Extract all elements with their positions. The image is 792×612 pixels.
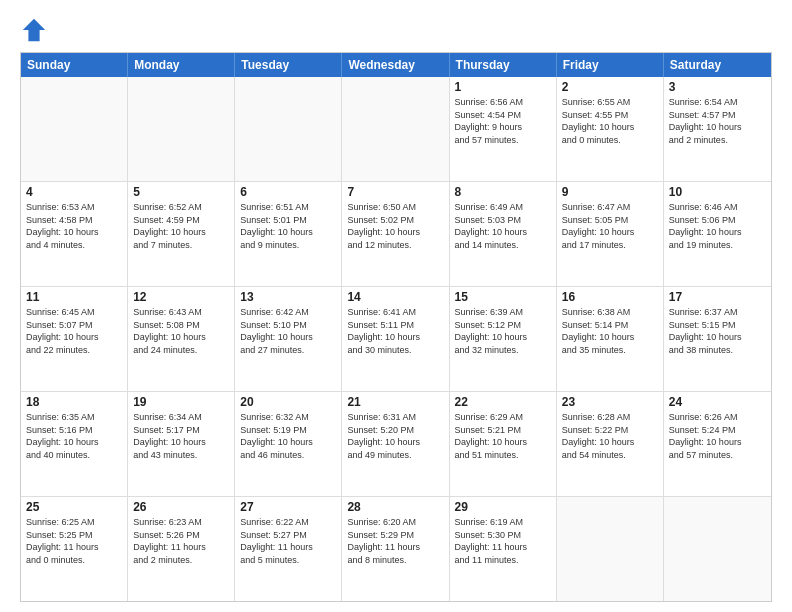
day-info: Sunrise: 6:47 AMSunset: 5:05 PMDaylight:…: [562, 201, 658, 251]
calendar-cell: 25Sunrise: 6:25 AMSunset: 5:25 PMDayligh…: [21, 497, 128, 601]
calendar-body: 1Sunrise: 6:56 AMSunset: 4:54 PMDaylight…: [21, 77, 771, 601]
day-number: 13: [240, 290, 336, 304]
calendar-cell: 27Sunrise: 6:22 AMSunset: 5:27 PMDayligh…: [235, 497, 342, 601]
calendar-cell: 10Sunrise: 6:46 AMSunset: 5:06 PMDayligh…: [664, 182, 771, 286]
day-number: 15: [455, 290, 551, 304]
day-info: Sunrise: 6:56 AMSunset: 4:54 PMDaylight:…: [455, 96, 551, 146]
day-info: Sunrise: 6:43 AMSunset: 5:08 PMDaylight:…: [133, 306, 229, 356]
calendar-cell: 3Sunrise: 6:54 AMSunset: 4:57 PMDaylight…: [664, 77, 771, 181]
day-number: 12: [133, 290, 229, 304]
calendar-header-cell: Wednesday: [342, 53, 449, 77]
day-number: 5: [133, 185, 229, 199]
calendar-cell: 14Sunrise: 6:41 AMSunset: 5:11 PMDayligh…: [342, 287, 449, 391]
day-info: Sunrise: 6:28 AMSunset: 5:22 PMDaylight:…: [562, 411, 658, 461]
day-info: Sunrise: 6:20 AMSunset: 5:29 PMDaylight:…: [347, 516, 443, 566]
day-info: Sunrise: 6:32 AMSunset: 5:19 PMDaylight:…: [240, 411, 336, 461]
day-info: Sunrise: 6:22 AMSunset: 5:27 PMDaylight:…: [240, 516, 336, 566]
calendar-cell: 15Sunrise: 6:39 AMSunset: 5:12 PMDayligh…: [450, 287, 557, 391]
logo: [20, 16, 52, 44]
svg-marker-0: [23, 19, 45, 41]
day-info: Sunrise: 6:23 AMSunset: 5:26 PMDaylight:…: [133, 516, 229, 566]
page: SundayMondayTuesdayWednesdayThursdayFrid…: [0, 0, 792, 612]
calendar-cell: 19Sunrise: 6:34 AMSunset: 5:17 PMDayligh…: [128, 392, 235, 496]
day-number: 17: [669, 290, 766, 304]
calendar-cell: 9Sunrise: 6:47 AMSunset: 5:05 PMDaylight…: [557, 182, 664, 286]
calendar-cell: 8Sunrise: 6:49 AMSunset: 5:03 PMDaylight…: [450, 182, 557, 286]
calendar-row: 25Sunrise: 6:25 AMSunset: 5:25 PMDayligh…: [21, 497, 771, 601]
day-info: Sunrise: 6:42 AMSunset: 5:10 PMDaylight:…: [240, 306, 336, 356]
day-info: Sunrise: 6:46 AMSunset: 5:06 PMDaylight:…: [669, 201, 766, 251]
day-number: 19: [133, 395, 229, 409]
day-info: Sunrise: 6:37 AMSunset: 5:15 PMDaylight:…: [669, 306, 766, 356]
calendar-row: 4Sunrise: 6:53 AMSunset: 4:58 PMDaylight…: [21, 182, 771, 287]
calendar-cell: 6Sunrise: 6:51 AMSunset: 5:01 PMDaylight…: [235, 182, 342, 286]
day-number: 4: [26, 185, 122, 199]
day-number: 21: [347, 395, 443, 409]
calendar-header-cell: Tuesday: [235, 53, 342, 77]
calendar-cell: 28Sunrise: 6:20 AMSunset: 5:29 PMDayligh…: [342, 497, 449, 601]
day-number: 11: [26, 290, 122, 304]
day-number: 7: [347, 185, 443, 199]
day-info: Sunrise: 6:45 AMSunset: 5:07 PMDaylight:…: [26, 306, 122, 356]
day-info: Sunrise: 6:19 AMSunset: 5:30 PMDaylight:…: [455, 516, 551, 566]
calendar-header-cell: Saturday: [664, 53, 771, 77]
calendar-row: 18Sunrise: 6:35 AMSunset: 5:16 PMDayligh…: [21, 392, 771, 497]
calendar-cell: 7Sunrise: 6:50 AMSunset: 5:02 PMDaylight…: [342, 182, 449, 286]
day-number: 2: [562, 80, 658, 94]
calendar-cell: [342, 77, 449, 181]
day-info: Sunrise: 6:52 AMSunset: 4:59 PMDaylight:…: [133, 201, 229, 251]
calendar-header-cell: Friday: [557, 53, 664, 77]
day-info: Sunrise: 6:51 AMSunset: 5:01 PMDaylight:…: [240, 201, 336, 251]
calendar-cell: [664, 497, 771, 601]
calendar-cell: 18Sunrise: 6:35 AMSunset: 5:16 PMDayligh…: [21, 392, 128, 496]
day-info: Sunrise: 6:34 AMSunset: 5:17 PMDaylight:…: [133, 411, 229, 461]
calendar-cell: 23Sunrise: 6:28 AMSunset: 5:22 PMDayligh…: [557, 392, 664, 496]
day-number: 3: [669, 80, 766, 94]
day-info: Sunrise: 6:25 AMSunset: 5:25 PMDaylight:…: [26, 516, 122, 566]
calendar-row: 1Sunrise: 6:56 AMSunset: 4:54 PMDaylight…: [21, 77, 771, 182]
calendar-header-row: SundayMondayTuesdayWednesdayThursdayFrid…: [21, 53, 771, 77]
day-info: Sunrise: 6:50 AMSunset: 5:02 PMDaylight:…: [347, 201, 443, 251]
day-number: 26: [133, 500, 229, 514]
day-info: Sunrise: 6:54 AMSunset: 4:57 PMDaylight:…: [669, 96, 766, 146]
calendar-cell: 11Sunrise: 6:45 AMSunset: 5:07 PMDayligh…: [21, 287, 128, 391]
day-number: 8: [455, 185, 551, 199]
day-number: 28: [347, 500, 443, 514]
day-number: 29: [455, 500, 551, 514]
day-info: Sunrise: 6:39 AMSunset: 5:12 PMDaylight:…: [455, 306, 551, 356]
day-number: 1: [455, 80, 551, 94]
calendar-header-cell: Thursday: [450, 53, 557, 77]
day-number: 24: [669, 395, 766, 409]
day-number: 6: [240, 185, 336, 199]
calendar-header-cell: Monday: [128, 53, 235, 77]
day-number: 14: [347, 290, 443, 304]
day-number: 10: [669, 185, 766, 199]
calendar-cell: 21Sunrise: 6:31 AMSunset: 5:20 PMDayligh…: [342, 392, 449, 496]
calendar-header-cell: Sunday: [21, 53, 128, 77]
calendar-row: 11Sunrise: 6:45 AMSunset: 5:07 PMDayligh…: [21, 287, 771, 392]
calendar-cell: 13Sunrise: 6:42 AMSunset: 5:10 PMDayligh…: [235, 287, 342, 391]
calendar-cell: 5Sunrise: 6:52 AMSunset: 4:59 PMDaylight…: [128, 182, 235, 286]
calendar-cell: [21, 77, 128, 181]
day-number: 16: [562, 290, 658, 304]
calendar-cell: [128, 77, 235, 181]
day-number: 27: [240, 500, 336, 514]
day-number: 20: [240, 395, 336, 409]
day-number: 25: [26, 500, 122, 514]
calendar-cell: 22Sunrise: 6:29 AMSunset: 5:21 PMDayligh…: [450, 392, 557, 496]
day-number: 9: [562, 185, 658, 199]
day-number: 22: [455, 395, 551, 409]
calendar-cell: 20Sunrise: 6:32 AMSunset: 5:19 PMDayligh…: [235, 392, 342, 496]
calendar-cell: 2Sunrise: 6:55 AMSunset: 4:55 PMDaylight…: [557, 77, 664, 181]
calendar-cell: [557, 497, 664, 601]
calendar-cell: 4Sunrise: 6:53 AMSunset: 4:58 PMDaylight…: [21, 182, 128, 286]
day-number: 23: [562, 395, 658, 409]
day-number: 18: [26, 395, 122, 409]
day-info: Sunrise: 6:55 AMSunset: 4:55 PMDaylight:…: [562, 96, 658, 146]
day-info: Sunrise: 6:49 AMSunset: 5:03 PMDaylight:…: [455, 201, 551, 251]
calendar-cell: 1Sunrise: 6:56 AMSunset: 4:54 PMDaylight…: [450, 77, 557, 181]
calendar-cell: 26Sunrise: 6:23 AMSunset: 5:26 PMDayligh…: [128, 497, 235, 601]
logo-icon: [20, 16, 48, 44]
day-info: Sunrise: 6:41 AMSunset: 5:11 PMDaylight:…: [347, 306, 443, 356]
calendar-cell: [235, 77, 342, 181]
